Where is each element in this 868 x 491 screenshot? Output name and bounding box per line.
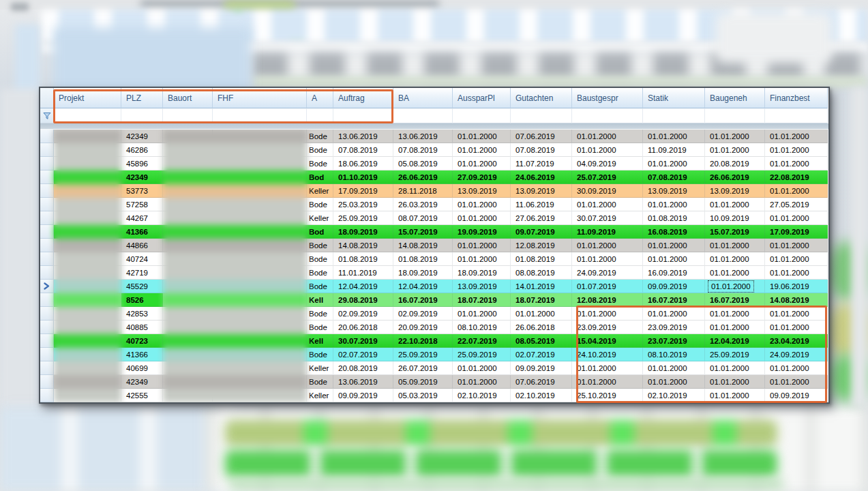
cell-aussparpl[interactable]: 27.09.2019	[453, 170, 511, 184]
cell-finanzbest[interactable]: 14.08.2019	[765, 293, 828, 307]
cell-baustgespr[interactable]: 12.08.2019	[572, 293, 643, 307]
row-indicator[interactable]	[40, 266, 54, 280]
row-indicator[interactable]	[40, 225, 54, 239]
cell-a[interactable]: Bode	[307, 266, 333, 280]
cell-a[interactable]: Bode	[307, 130, 333, 143]
table-row[interactable]: 41366Bod18.09.201915.07.201919.09.201909…	[40, 225, 828, 239]
filter-cell-gutachten[interactable]	[511, 108, 572, 123]
cell-finanzbest[interactable]: 17.09.2019	[765, 225, 828, 239]
cell-aussparpl[interactable]: 08.10.2019	[453, 321, 511, 334]
cell-plz[interactable]: 57258	[121, 198, 163, 211]
cell-statik[interactable]: 16.08.2019	[643, 225, 705, 239]
filter-indicator-cell[interactable]	[40, 108, 54, 123]
cell-gutachten[interactable]: 24.06.2019	[511, 170, 572, 184]
cell-auftrag[interactable]: 07.08.2019	[333, 143, 393, 157]
cell-baustgespr[interactable]: 04.09.2019	[572, 157, 643, 170]
cell-aussparpl[interactable]: 18.09.2019	[453, 266, 511, 280]
cell-baustgespr[interactable]: 30.07.2019	[572, 211, 643, 225]
cell-finanzbest[interactable]: 01.01.2000	[765, 143, 828, 157]
cell-aussparpl[interactable]: 01.01.2000	[453, 143, 511, 157]
row-indicator[interactable]	[40, 293, 54, 307]
cell-baugeneh[interactable]: 13.09.2019	[705, 184, 765, 198]
cell-baustgespr[interactable]: 30.09.2019	[572, 184, 643, 198]
cell-statik[interactable]: 01.01.2000	[643, 252, 705, 266]
row-indicator[interactable]	[40, 198, 54, 211]
row-indicator[interactable]	[40, 321, 54, 334]
cell-ba[interactable]: 16.07.2019	[393, 293, 453, 307]
cell-statik[interactable]: 01.01.2000	[643, 157, 705, 170]
cell-auftrag[interactable]: 02.07.2019	[333, 348, 393, 361]
cell-auftrag[interactable]: 12.04.2019	[333, 280, 393, 293]
cell-auftrag[interactable]: 18.09.2019	[333, 225, 393, 239]
cell-a[interactable]: Bod	[307, 170, 333, 184]
cell-baugeneh[interactable]: 01.01.2000	[705, 130, 765, 143]
cell-plz[interactable]: 40724	[121, 252, 163, 266]
table-row[interactable]: 42349Bode13.06.201913.06.201901.01.20000…	[40, 130, 828, 143]
cell-gutachten[interactable]: 01.01.2000	[511, 307, 572, 321]
filter-cell-finanzbest[interactable]	[765, 108, 828, 123]
cell-aussparpl[interactable]: 01.01.2000	[453, 130, 511, 143]
cell-aussparpl[interactable]: 18.07.2019	[453, 293, 511, 307]
cell-aussparpl[interactable]: 01.01.2000	[453, 239, 511, 252]
cell-plz[interactable]: 53773	[121, 184, 163, 198]
cell-aussparpl[interactable]: 01.01.2000	[453, 198, 511, 211]
cell-plz[interactable]: 44267	[121, 211, 163, 225]
cell-auftrag[interactable]: 29.08.2019	[333, 293, 393, 307]
cell-baugeneh[interactable]: 26.06.2019	[705, 170, 765, 184]
column-header-ba[interactable]: BA	[393, 88, 453, 108]
cell-baugeneh[interactable]: 01.01.2000	[705, 239, 765, 252]
cell-a[interactable]: Bod	[307, 225, 333, 239]
row-indicator[interactable]	[40, 130, 54, 143]
cell-plz[interactable]: 40699	[121, 361, 163, 375]
cell-ba[interactable]: 07.08.2019	[393, 143, 453, 157]
cell-plz[interactable]: 42555	[121, 389, 163, 402]
cell-baugeneh[interactable]: 01.01.2000	[705, 252, 765, 266]
cell-ba[interactable]: 28.11.2018	[393, 184, 453, 198]
table-row[interactable]: 42349Bod01.10.201926.06.201927.09.201924…	[40, 170, 828, 184]
cell-baugeneh[interactable]: 10.09.2019	[705, 211, 765, 225]
cell-gutachten[interactable]: 07.08.2019	[511, 143, 572, 157]
cell-ba[interactable]: 05.08.2019	[393, 157, 453, 170]
table-row[interactable]: 45529Bode12.04.201912.04.201913.09.20191…	[40, 280, 828, 293]
cell-statik[interactable]: 16.07.2019	[643, 293, 705, 307]
cell-aussparpl[interactable]: 01.01.2000	[453, 211, 511, 225]
row-indicator[interactable]	[40, 348, 54, 361]
cell-auftrag[interactable]: 02.09.2019	[333, 307, 393, 321]
row-indicator[interactable]	[40, 157, 54, 170]
cell-ba[interactable]: 08.07.2019	[393, 211, 453, 225]
cell-ba[interactable]: 26.03.2019	[393, 198, 453, 211]
cell-auftrag[interactable]: 14.08.2019	[333, 239, 393, 252]
cell-plz[interactable]: 44866	[121, 239, 163, 252]
cell-finanzbest[interactable]: 22.08.2019	[765, 170, 828, 184]
cell-plz[interactable]: 45529	[121, 280, 163, 293]
cell-plz[interactable]: 45896	[121, 157, 163, 170]
filter-cell-baustgespr[interactable]	[572, 108, 643, 123]
cell-aussparpl[interactable]: 13.09.2019	[453, 280, 511, 293]
row-indicator[interactable]	[40, 334, 54, 348]
column-header-baustgespr[interactable]: Baustgespr	[572, 88, 643, 108]
cell-plz[interactable]: 41366	[121, 225, 163, 239]
cell-baustgespr[interactable]: 01.07.2019	[572, 280, 643, 293]
cell-a[interactable]: Bode	[307, 157, 333, 170]
focused-cell[interactable]: 01.01.2000	[708, 280, 754, 293]
column-header-statik[interactable]: Statik	[643, 88, 705, 108]
row-indicator[interactable]	[40, 239, 54, 252]
cell-baugeneh[interactable]: 01.01.2000	[705, 198, 765, 211]
cell-auftrag[interactable]: 18.06.2019	[333, 157, 393, 170]
filter-cell-ba[interactable]	[393, 108, 453, 123]
cell-auftrag[interactable]: 13.06.2019	[333, 130, 393, 143]
cell-ba[interactable]: 05.09.2019	[393, 375, 453, 389]
table-row[interactable]: 45896Bode18.06.201905.08.201901.01.20001…	[40, 157, 828, 170]
column-header-baugeneh[interactable]: Baugeneh	[705, 88, 765, 108]
cell-finanzbest[interactable]: 01.01.2000	[765, 184, 828, 198]
cell-ba[interactable]: 15.07.2019	[393, 225, 453, 239]
cell-gutachten[interactable]: 08.08.2019	[511, 266, 572, 280]
cell-ba[interactable]: 02.09.2019	[393, 307, 453, 321]
cell-gutachten[interactable]: 09.09.2019	[511, 361, 572, 375]
cell-a[interactable]: Bode	[307, 321, 333, 334]
row-indicator[interactable]	[40, 361, 54, 375]
table-row[interactable]: 46286Bode07.08.201907.08.201901.01.20000…	[40, 143, 828, 157]
cell-aussparpl[interactable]: 01.01.2000	[453, 252, 511, 266]
cell-baugeneh[interactable]: 01.01.2000	[705, 143, 765, 157]
filter-cell-statik[interactable]	[643, 108, 705, 123]
